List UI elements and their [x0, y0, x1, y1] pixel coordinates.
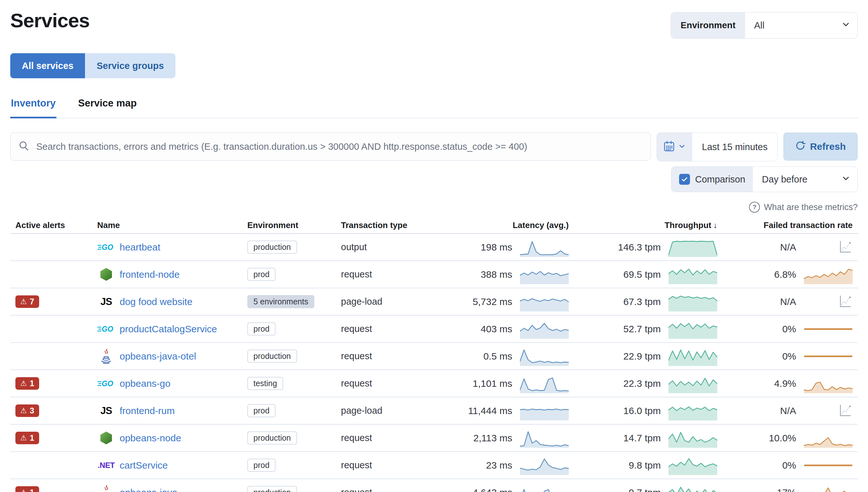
failed-rate-sparkline	[804, 374, 852, 393]
latency-value: 0.5 ms	[483, 351, 512, 362]
service-name-link[interactable]: frontend-rum	[120, 405, 175, 416]
services-page: Services Environment All All services Se…	[0, 0, 868, 492]
active-alerts-badge[interactable]: ⚠ 1	[16, 377, 39, 390]
quick-select-menu[interactable]	[657, 133, 692, 161]
throughput-value: 52.7 tpm	[623, 324, 661, 335]
tab-inventory[interactable]: Inventory	[10, 94, 56, 118]
throughput-value: 146.3 tpm	[618, 242, 661, 253]
column-header-throughput[interactable]: Throughput↓	[574, 220, 722, 230]
active-alerts-badge[interactable]: ⚠ 1	[16, 432, 39, 444]
service-name-link[interactable]: productCatalogService	[120, 324, 217, 335]
go-agent-icon: GO	[97, 378, 115, 389]
refresh-icon	[795, 141, 805, 153]
go-agent-icon: GO	[98, 324, 115, 334]
all-services-button[interactable]: All services	[10, 53, 85, 78]
chevron-down-icon	[678, 142, 686, 151]
service-name-link[interactable]: opbeans-go	[120, 378, 170, 389]
alert-count: 3	[30, 406, 34, 415]
js-agent-icon: JS	[97, 405, 115, 417]
service-name-link[interactable]: opbeans-java-otel	[120, 351, 196, 362]
latency-sparkline	[520, 401, 569, 420]
latency-sparkline	[520, 456, 569, 475]
throughput-sparkline	[668, 428, 717, 448]
svg-text:GO: GO	[102, 325, 113, 333]
alert-count: 1	[30, 488, 34, 492]
transaction-type: request	[336, 487, 442, 492]
active-alerts-badge[interactable]: ⚠ 1	[16, 486, 39, 492]
active-alerts-badge[interactable]: ⚠ 7	[16, 295, 39, 308]
environment-badge: prod	[247, 322, 276, 336]
failed-rate-value: N/A	[780, 405, 796, 416]
failed-rate-value: 6.8%	[774, 269, 796, 280]
table-row: frontend-node prod request 388 ms 69.5 t…	[10, 261, 858, 288]
service-name-link[interactable]: opbeans-java	[120, 487, 177, 492]
node-agent-icon	[97, 268, 115, 281]
javascript-agent-icon: JS	[100, 405, 112, 417]
go-agent-icon: GO	[97, 324, 115, 334]
throughput-sparkline	[668, 292, 717, 312]
alert-warning-icon: ⚠	[20, 407, 27, 414]
latency-value: 388 ms	[481, 269, 512, 280]
comparison-select[interactable]: Day before	[753, 167, 858, 192]
page-title: Services	[10, 9, 90, 32]
failed-rate-value: 0%	[783, 324, 796, 335]
column-header-latency[interactable]: Latency (avg.)	[442, 220, 574, 230]
service-name-link[interactable]: dog food website	[120, 296, 193, 307]
search-box	[10, 132, 651, 161]
alert-count: 1	[30, 379, 34, 388]
service-groups-button[interactable]: Service groups	[85, 53, 175, 78]
latency-value: 403 ms	[481, 324, 512, 335]
table-row: opbeans-java-otel production request 0.5…	[10, 343, 858, 370]
environment-badge: production	[247, 350, 297, 363]
latency-value: 4,643 ms	[473, 487, 512, 492]
column-header-environment[interactable]: Environment	[242, 220, 336, 230]
service-name-link[interactable]: cartService	[120, 460, 168, 471]
services-table: Active alerts Name Environment Transacti…	[10, 217, 858, 492]
transaction-type: request	[336, 433, 442, 443]
transaction-type: output	[336, 242, 442, 252]
refresh-button[interactable]: Refresh	[783, 132, 858, 161]
throughput-value: 69.5 tpm	[623, 269, 661, 280]
column-header-name[interactable]: Name	[92, 220, 242, 230]
search-icon	[18, 140, 30, 153]
failed-rate-value: N/A	[780, 242, 796, 253]
chevron-down-icon	[841, 174, 850, 185]
tab-service-map[interactable]: Service map	[78, 94, 138, 118]
environment-filter-value: All	[754, 20, 764, 31]
environment-badge: prod	[247, 459, 276, 472]
failed-rate-sparkline	[804, 347, 852, 366]
calendar-icon	[663, 141, 675, 153]
sort-desc-icon: ↓	[713, 221, 718, 230]
latency-sparkline	[520, 428, 569, 448]
time-range-value[interactable]: Last 15 minutes	[692, 133, 777, 161]
service-name-link[interactable]: heartbeat	[120, 242, 160, 253]
dotnet-agent-icon: .NET	[97, 461, 115, 470]
service-name-link[interactable]: frontend-node	[120, 269, 180, 280]
chevron-down-icon	[841, 20, 850, 31]
nodejs-agent-icon	[100, 432, 112, 445]
comparison-label: Comparison	[695, 174, 745, 185]
column-header-failed-transaction-rate[interactable]: Failed transaction rate	[722, 220, 858, 230]
comparison-control: Comparison Day before	[671, 167, 858, 192]
latency-value: 11,444 ms	[468, 405, 512, 416]
latency-value: 198 ms	[481, 242, 512, 253]
column-header-active-alerts[interactable]: Active alerts	[10, 220, 92, 230]
comparison-checkbox[interactable]	[679, 174, 690, 185]
environment-badge: testing	[247, 377, 283, 390]
active-alerts-badge[interactable]: ⚠ 3	[16, 404, 39, 417]
search-input[interactable]	[35, 141, 643, 152]
service-name-link[interactable]: opbeans-node	[120, 433, 181, 444]
throughput-sparkline	[668, 347, 717, 366]
js-agent-icon: JS	[97, 296, 115, 308]
table-row: GO heartbeat production output 198 ms 14…	[10, 234, 858, 261]
metrics-help-label: What are these metrics?	[764, 202, 858, 212]
node-agent-icon	[97, 432, 115, 445]
metrics-help-link[interactable]: ? What are these metrics?	[10, 202, 858, 213]
environment-filter-select[interactable]: All	[745, 13, 858, 38]
transaction-type: request	[336, 351, 442, 362]
transaction-type: request	[336, 378, 442, 389]
throughput-value: 14.7 tpm	[623, 433, 661, 444]
failed-rate-value: 17%	[777, 487, 796, 492]
services-view-toggle: All services Service groups	[10, 53, 175, 78]
column-header-transaction-type[interactable]: Transaction type	[336, 220, 442, 230]
